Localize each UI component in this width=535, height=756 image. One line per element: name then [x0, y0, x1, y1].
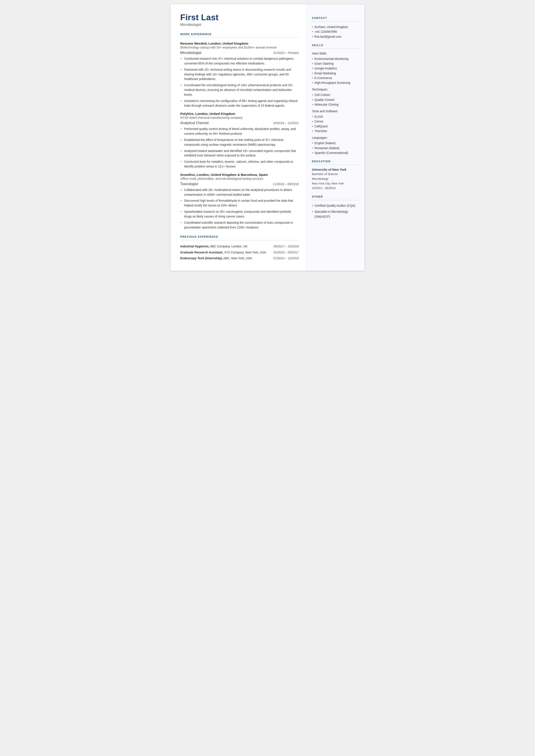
role-title-3: Toxicologist	[180, 182, 198, 186]
other-header: OTHER	[312, 195, 359, 198]
job-2-bullets: Performed quality control testing of ble…	[180, 127, 299, 169]
role-row-1: Microbiologist 01/2022 – Present	[180, 51, 299, 55]
prev-dates-3: 07/2014 – 12/2015	[273, 256, 299, 260]
skills-header: SKILLS	[312, 44, 359, 47]
job-1-bullets: Conducted research into 37+ chemical sol…	[180, 56, 299, 108]
edu-field: Microbiology	[312, 177, 359, 181]
skill-2: Gram Staining	[312, 61, 359, 66]
role-row-2: Analytical Chemist 10/2019 – 12/2021	[180, 121, 299, 125]
skill-5: E-Commerce	[312, 76, 359, 80]
other-divider	[312, 200, 359, 200]
skill-1: Environmental Monitoring	[312, 56, 359, 61]
skills-divider	[312, 48, 359, 49]
language-1: English (Native)	[312, 141, 359, 146]
company-subtitle-1: Biotechnology startup with 50+ employees…	[180, 46, 299, 49]
contact-email: first.last@gmail.com	[312, 34, 359, 39]
skill-3: Google Analytics	[312, 66, 359, 71]
prev-dates-1: 06/2017 – 10/2018	[273, 244, 299, 248]
bullet-2-4: Conducted tests for metallics, arsenic, …	[180, 159, 299, 169]
bullet-3-1: Collaborated with 20+ multinational team…	[180, 188, 299, 197]
bullet-3-2: Discovered high levels of formaldehyde i…	[180, 199, 299, 208]
contact-list: Durham, United Kingdom +44 1234567890 fi…	[312, 25, 359, 39]
bullet-1-2: Partnered with 22+ technical writing tea…	[180, 68, 299, 81]
role-title-1: Microbiologist	[180, 51, 202, 55]
language-3: Spanish (Conversational)	[312, 151, 359, 155]
left-column: First Last Microbiologist WORK EXPERIENC…	[171, 4, 306, 271]
prev-exp-3: Endoscopy Tech (Internship), ABC, New Yo…	[180, 256, 299, 260]
hard-skills-list: Environmental Monitoring Gram Staining G…	[312, 56, 359, 85]
company-name-2: Polyhire, London, United Kingdom	[180, 112, 299, 116]
job-2: Polyhire, London, United Kingdom NYSE-li…	[180, 112, 299, 169]
role-dates-2: 10/2019 – 12/2021	[273, 121, 299, 125]
prev-title-1: Industrial Hygienist, ABC Company, Londo…	[180, 244, 274, 248]
role-dates-1: 01/2022 – Present	[273, 51, 299, 55]
company-subtitle-2: NYSE-listed chemical manufacturing compa…	[180, 116, 299, 119]
technique-1: Cell Culture	[312, 93, 359, 97]
prev-exp-1: Industrial Hygienist, ABC Company, Londo…	[180, 244, 299, 248]
edu-dates: 10/2011 - 06/2014	[312, 186, 359, 190]
prev-title-3: Endoscopy Tech (Internship), ABC, New Yo…	[180, 256, 274, 260]
tools-label: Tools and Software:	[312, 109, 359, 113]
bullet-3-3: Spearheaded research on 55+ carcinogenic…	[180, 210, 299, 219]
company-name-1: Resume Worded, London, United Kingdom	[180, 42, 299, 45]
candidate-title: Microbiologist	[180, 23, 299, 27]
edu-degree: Bachelor of Science	[312, 172, 359, 177]
job-3-bullets: Collaborated with 20+ multinational team…	[180, 188, 299, 230]
role-row-3: Toxicologist 11/2018 – 09/2019	[180, 182, 299, 186]
job-3: Growthsi, London, United Kingdom & Barce…	[180, 173, 299, 230]
bullet-2-1: Performed quality control testing of ble…	[180, 127, 299, 136]
languages-list: English (Native) Romanian (Native) Spani…	[312, 141, 359, 155]
tools-list: ELISA Canva CellQuest TreeView	[312, 114, 359, 133]
previous-experience-header: PREVIOUS EXPERIENCE	[180, 235, 299, 238]
language-2: Romanian (Native)	[312, 146, 359, 151]
role-title-2: Analytical Chemist	[180, 121, 209, 125]
tool-2: Canva	[312, 119, 359, 124]
edu-location: New York City, New York	[312, 181, 359, 186]
role-dates-3: 11/2018 – 09/2019	[273, 182, 299, 186]
bullet-3-4: Coordinated scientific research depictin…	[180, 220, 299, 230]
right-column: CONTACT Durham, United Kingdom +44 12345…	[306, 4, 365, 271]
company-subtitle-3: Offers mold, photovoltaic, and microbiol…	[180, 177, 299, 181]
tool-3: CellQuest	[312, 124, 359, 129]
prev-exp-2: Graduate Research Assistant, XYZ Company…	[180, 250, 299, 255]
bullet-1-3: Coordinated the microbiological testing …	[180, 83, 299, 97]
tool-1: ELISA	[312, 114, 359, 119]
work-experience-header: WORK EXPERIENCE	[180, 33, 299, 36]
bullet-1-1: Conducted research into 37+ chemical sol…	[180, 56, 299, 66]
company-name-3: Growthsi, London, United Kingdom & Barce…	[180, 173, 299, 177]
bullet-2-2: Established the effect of temperature on…	[180, 138, 299, 147]
contact-header: CONTACT	[312, 16, 359, 20]
resume-container: First Last Microbiologist WORK EXPERIENC…	[171, 4, 365, 271]
techniques-label: Techniques:	[312, 88, 359, 91]
job-1: Resume Worded, London, United Kingdom Bi…	[180, 42, 299, 108]
bullet-2-3: Analyzed treated wastewater and identifi…	[180, 149, 299, 158]
candidate-name: First Last	[180, 13, 299, 22]
techniques-list: Cell Culture Quality Control Molecular C…	[312, 93, 359, 107]
technique-2: Quality Control	[312, 98, 359, 102]
bullet-1-4: Assisted in overseeing the configuration…	[180, 99, 299, 108]
contact-address: Durham, United Kingdom	[312, 25, 359, 29]
education-header: EDUCATION	[312, 160, 359, 163]
edu-school: University of New York	[312, 168, 359, 171]
skill-6: High-throughput Screening	[312, 80, 359, 85]
languages-label: Languages:	[312, 136, 359, 139]
technique-3: Molecular Cloning	[312, 102, 359, 107]
prev-title-2: Graduate Research Assistant, XYZ Company…	[180, 250, 274, 255]
other-item-1: Certified Quality Auditor (CQA)	[312, 203, 359, 208]
other-item-2: Specialist in Microbiology (SM(ASCP)	[312, 209, 359, 219]
tool-4: TreeView	[312, 129, 359, 133]
contact-phone: +44 1234567890	[312, 29, 359, 34]
prev-dates-2: 01/2016 – 05/2017	[273, 250, 299, 255]
hard-skills-label: Hard Skills:	[312, 52, 359, 55]
skill-4: Email Marketing	[312, 71, 359, 76]
